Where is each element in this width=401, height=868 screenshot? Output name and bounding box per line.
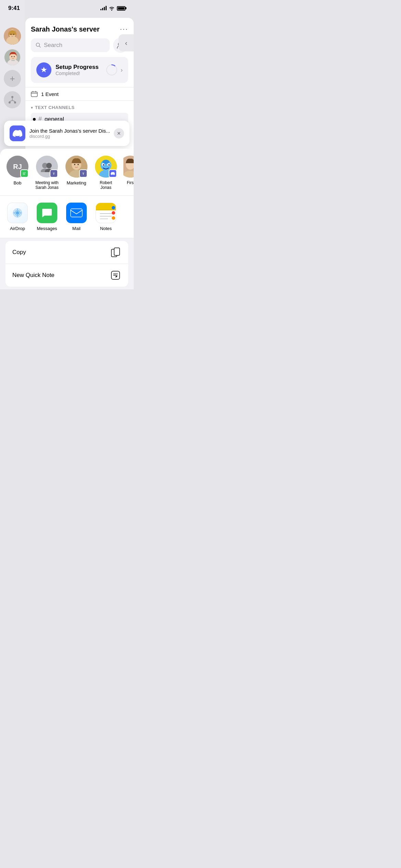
status-time: 9:41 (8, 5, 20, 12)
copy-action[interactable]: Copy (5, 241, 128, 264)
person-marketing-name: Marketing (66, 180, 86, 185)
setup-left: Setup Progress Completed! (36, 62, 99, 77)
mail-icon (70, 208, 83, 217)
signal-bar-1 (100, 9, 101, 10)
svg-point-13 (11, 96, 13, 98)
people-row: RJ Bob (0, 149, 134, 196)
discord-link-close-button[interactable]: ✕ (114, 128, 124, 138)
back-arrow-icon[interactable]: ‹ (125, 39, 127, 47)
setup-icon (36, 62, 51, 77)
signal-bars-icon (100, 6, 107, 10)
svg-point-21 (107, 65, 117, 75)
svg-point-44 (108, 164, 110, 166)
plus-icon: + (10, 73, 15, 84)
server-name: Sarah Jonas's server (31, 25, 99, 33)
svg-point-34 (74, 164, 75, 165)
notes-dot-blue (112, 206, 115, 209)
svg-point-10 (11, 56, 12, 57)
person-bob-app-badge (20, 169, 28, 178)
airdrop-icon-container (7, 203, 28, 223)
wifi-icon (109, 6, 115, 11)
actions-list: Copy New Quick Note (5, 241, 128, 287)
mail-icon-container (66, 203, 87, 223)
notes-icon-container (96, 203, 116, 223)
person-bob-avatar-container: RJ (7, 156, 28, 178)
setup-progress-card[interactable]: Setup Progress Completed! › (31, 57, 128, 83)
messages-icon-container (37, 203, 57, 223)
person-bob-name: Bob (13, 180, 21, 185)
svg-point-15 (14, 101, 16, 104)
sidebar-hierarchy-button[interactable] (4, 91, 21, 108)
svg-rect-23 (31, 92, 37, 97)
app-airdrop[interactable]: AirDrop (5, 203, 29, 231)
search-bar[interactable]: Search (31, 38, 110, 52)
person-partial[interactable]: Firs (123, 156, 134, 190)
discord-link-left: Join the Sarah Jonas's server Dis... dis… (10, 125, 110, 141)
setup-title: Setup Progress (56, 64, 99, 71)
sidebar-add-button[interactable]: + (4, 70, 21, 87)
person-bob[interactable]: RJ Bob (5, 156, 29, 190)
svg-point-52 (17, 212, 18, 214)
app-background: 9:41 (0, 0, 134, 289)
person-meeting-app-badge: T (50, 169, 58, 178)
person-marketing[interactable]: T Marketing (64, 156, 88, 190)
person-robert-avatar-container (95, 156, 117, 178)
channels-header[interactable]: ▾ Text Channels (31, 105, 128, 110)
svg-point-14 (9, 101, 11, 104)
discord-app-icon (10, 125, 25, 141)
signal-bar-2 (102, 8, 103, 10)
app-mail[interactable]: Mail (64, 203, 88, 231)
new-quick-note-action[interactable]: New Quick Note (5, 264, 128, 287)
quick-note-icon (110, 269, 121, 281)
app-messages-label: Messages (37, 226, 57, 231)
status-bar: 9:41 (0, 0, 134, 14)
event-count: 1 Event (41, 91, 59, 97)
search-container: Search (25, 38, 134, 57)
app-messages[interactable]: Messages (35, 203, 59, 231)
calendar-icon (31, 91, 38, 97)
discord-link-title: Join the Sarah Jonas's server Dis... (29, 128, 110, 134)
svg-point-4 (11, 34, 12, 35)
hierarchy-icon (8, 96, 17, 104)
channels-section-title: Text Channels (35, 105, 75, 110)
person-meeting-name: Meeting with Sarah Jonas (35, 180, 58, 190)
status-icons (100, 6, 125, 11)
discord-link-preview: Join the Sarah Jonas's server Dis... dis… (4, 121, 130, 146)
event-row[interactable]: 1 Event (25, 87, 134, 101)
svg-point-35 (77, 164, 79, 165)
discord-link-url: discord.gg (29, 134, 110, 139)
notes-dot-orange (112, 216, 115, 220)
svg-point-5 (13, 34, 14, 35)
setup-text: Setup Progress Completed! (56, 64, 99, 76)
sidebar-avatar-1[interactable] (4, 27, 21, 45)
apps-row: AirDrop Messages (0, 196, 134, 238)
messages-icon (41, 207, 53, 219)
person-partial-avatar (123, 156, 134, 178)
person-partial-name: Firs (127, 180, 134, 185)
app-mail-label: Mail (72, 226, 81, 231)
notes-dot-red (112, 211, 115, 215)
active-channel-dot (33, 118, 36, 121)
copy-icon (110, 246, 121, 258)
svg-line-17 (10, 100, 12, 101)
person-meeting-avatar-container: T (36, 156, 58, 178)
copy-action-label: Copy (12, 249, 26, 256)
right-back-panel: ‹ (119, 34, 134, 51)
panel-header: Sarah Jonas's server ··· (25, 18, 134, 38)
share-sheet-main: RJ Bob (0, 149, 134, 289)
new-quick-note-label: New Quick Note (12, 272, 54, 279)
signal-bar-3 (104, 7, 105, 10)
more-options-button[interactable]: ··· (120, 25, 128, 34)
person-meeting-sarah[interactable]: T Meeting with Sarah Jonas (35, 156, 59, 190)
svg-text:T: T (53, 172, 55, 176)
progress-ring-icon (106, 64, 118, 76)
search-icon (36, 43, 41, 48)
person-robert-jonas[interactable]: Robert Jonas (94, 156, 118, 190)
battery-icon (117, 6, 125, 11)
app-airdrop-label: AirDrop (10, 226, 25, 231)
airdrop-icon (11, 206, 24, 219)
sidebar-avatar-2[interactable] (4, 49, 21, 66)
person-robert-app-badge (109, 169, 117, 178)
setup-chevron-icon: › (121, 67, 123, 74)
app-notes[interactable]: Notes (94, 203, 118, 231)
